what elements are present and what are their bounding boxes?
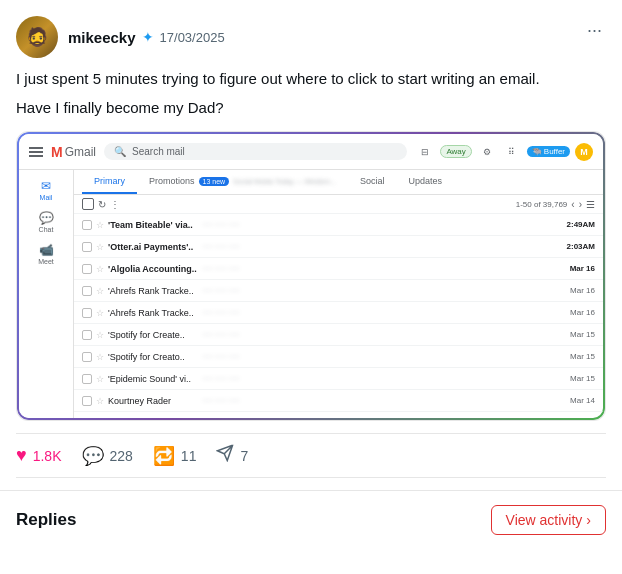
email-sender: 'Ahrefs Rank Tracke.. <box>108 308 198 318</box>
table-row[interactable]: ☆ 'Ahrefs Rank Tracke.. ····· ····· ····… <box>74 302 603 324</box>
gmail-tab-primary[interactable]: Primary <box>82 170 137 194</box>
gmail-m-letter: M <box>51 144 63 160</box>
star-icon[interactable]: ☆ <box>96 330 104 340</box>
table-row[interactable]: ☆ 'Spotify for Create.. ····· ····· ····… <box>74 324 603 346</box>
table-row[interactable]: ☆ 'Team Biteable' via.. ····· ····· ····… <box>74 214 603 236</box>
email-time: 2:49AM <box>567 220 595 229</box>
email-preview: ····· ····· ····· <box>202 264 562 273</box>
gmail-apps-icon[interactable]: ⠿ <box>502 142 522 162</box>
star-icon[interactable]: ☆ <box>96 308 104 318</box>
engagement-row: ♥ 1.8K 💬 228 🔁 11 7 <box>16 433 606 478</box>
gmail-search-bar[interactable]: 🔍 Search mail <box>104 143 407 160</box>
gmail-hamburger-icon[interactable] <box>29 147 43 157</box>
email-time: Mar 14 <box>570 396 595 405</box>
star-icon[interactable]: ☆ <box>96 374 104 384</box>
bookmark-button[interactable]: 7 <box>216 444 248 467</box>
email-time: Mar 15 <box>570 330 595 339</box>
email-sender: FeatureOS Reports <box>108 418 198 419</box>
email-checkbox[interactable] <box>82 308 92 318</box>
chevron-right-icon: › <box>586 512 591 528</box>
gmail-outer-gradient: M Gmail 🔍 Search mail ⊟ Away ⚙ ⠿ 🐃 <box>17 132 605 420</box>
email-sender: 'Team Biteable' via.. <box>108 220 198 230</box>
star-icon[interactable]: ☆ <box>96 264 104 274</box>
star-icon[interactable]: ☆ <box>96 220 104 230</box>
email-preview: ····· ····· ····· <box>202 396 562 405</box>
bookmark-count: 7 <box>240 448 248 464</box>
gmail-settings-icon[interactable]: ⚙ <box>477 142 497 162</box>
gmail-tab-social[interactable]: Social <box>348 170 397 194</box>
email-checkbox[interactable] <box>82 330 92 340</box>
star-icon[interactable]: ☆ <box>96 418 104 419</box>
retweet-button[interactable]: 🔁 11 <box>153 445 197 467</box>
table-row[interactable]: ☆ Kourtney Rader ····· ····· ····· Mar 1… <box>74 390 603 412</box>
gmail-tab-updates[interactable]: Updates <box>396 170 454 194</box>
gmail-prev-icon[interactable]: ‹ <box>571 199 574 210</box>
email-time: Mar 15 <box>570 352 595 361</box>
heart-icon: ♥ <box>16 445 27 466</box>
username[interactable]: mikeecky <box>68 29 136 46</box>
email-checkbox[interactable] <box>82 374 92 384</box>
table-row[interactable]: ☆ 'Spotify for Creato.. ····· ····· ····… <box>74 346 603 368</box>
email-sender: 'Spotify for Create.. <box>108 330 198 340</box>
post-text: I just spent 5 minutes trying to figure … <box>16 68 606 119</box>
email-time: Mar 16 <box>570 308 595 317</box>
email-checkbox[interactable] <box>82 352 92 362</box>
view-activity-button[interactable]: View activity › <box>491 505 606 535</box>
verified-icon: ✦ <box>142 29 154 45</box>
email-checkbox[interactable] <box>82 286 92 296</box>
comment-count: 228 <box>110 448 133 464</box>
gmail-refresh-icon[interactable]: ↻ <box>98 199 106 210</box>
comment-button[interactable]: 💬 228 <box>82 445 133 467</box>
user-name-row: mikeecky ✦ 17/03/2025 <box>68 29 225 46</box>
email-checkbox[interactable] <box>82 396 92 406</box>
gmail-sidebar-mail[interactable]: ✉ Mail <box>19 176 73 204</box>
email-preview: ····· ····· ····· <box>202 330 562 339</box>
more-options-button[interactable]: ··· <box>583 16 606 45</box>
gmail-screenshot: M Gmail 🔍 Search mail ⊟ Away ⚙ ⠿ 🐃 <box>16 131 606 421</box>
gmail-tab-primary-label: Primary <box>94 176 125 186</box>
table-row[interactable]: ☆ FeatureOS Reports ····· ····· ····· Ma… <box>74 412 603 418</box>
gmail-sidebar-meet[interactable]: 📹 Meet <box>19 240 73 268</box>
email-preview: ····· ····· ····· <box>202 242 559 251</box>
avatar[interactable]: 🧔 <box>16 16 58 58</box>
gmail-buffer-badge[interactable]: 🐃 Buffer <box>527 146 570 157</box>
gmail-tab-promotions-label: Promotions <box>149 176 195 186</box>
email-checkbox[interactable] <box>82 418 92 419</box>
post-container: 🧔 mikeecky ✦ 17/03/2025 ··· I just spent… <box>0 0 622 491</box>
table-row[interactable]: ☆ 'Ahrefs Rank Tracke.. ····· ····· ····… <box>74 280 603 302</box>
email-checkbox[interactable] <box>82 264 92 274</box>
gmail-next-icon[interactable]: › <box>579 199 582 210</box>
gmail-more-icon[interactable]: ⋮ <box>110 199 120 210</box>
gmail-select-all-checkbox[interactable] <box>82 198 94 210</box>
gmail-filter-icon[interactable]: ⊟ <box>415 142 435 162</box>
gmail-tab-promotions[interactable]: Promotions 13 new Social Media Today — W… <box>137 170 348 194</box>
gmail-user-avatar[interactable]: M <box>575 143 593 161</box>
email-preview: ····· ····· ····· <box>202 352 562 361</box>
table-row[interactable]: ☆ 'Otter.ai Payments'.. ····· ····· ····… <box>74 236 603 258</box>
email-preview: ····· ····· ····· <box>202 374 562 383</box>
star-icon[interactable]: ☆ <box>96 352 104 362</box>
gmail-away-badge[interactable]: Away <box>440 145 471 158</box>
star-icon[interactable]: ☆ <box>96 242 104 252</box>
retweet-count: 11 <box>181 448 197 464</box>
gmail-list-toolbar: ↻ ⋮ 1-50 of 39,769 ‹ › ☰ <box>74 195 603 214</box>
gmail-list-options-icon[interactable]: ☰ <box>586 199 595 210</box>
gmail-sidebar-chat[interactable]: 💬 Chat <box>19 208 73 236</box>
gmail-email-list: ☆ 'Team Biteable' via.. ····· ····· ····… <box>74 214 603 418</box>
gmail-tabs: Primary Promotions 13 new Social Media T… <box>74 170 603 195</box>
email-checkbox[interactable] <box>82 220 92 230</box>
gmail-toolbar-icons: ⊟ Away ⚙ ⠿ 🐃 Buffer M <box>415 142 593 162</box>
gmail-inner: M Gmail 🔍 Search mail ⊟ Away ⚙ ⠿ 🐃 <box>19 134 603 418</box>
star-icon[interactable]: ☆ <box>96 396 104 406</box>
search-icon: 🔍 <box>114 146 126 157</box>
email-checkbox[interactable] <box>82 242 92 252</box>
gmail-body: ✉ Mail 💬 Chat 📹 Meet <box>19 170 603 418</box>
table-row[interactable]: ☆ 'Epidemic Sound' vi.. ····· ····· ····… <box>74 368 603 390</box>
gmail-main-content: Primary Promotions 13 new Social Media T… <box>74 170 603 418</box>
buffer-label: Buffer <box>544 147 565 156</box>
post-text-line2: Have I finally become my Dad? <box>16 97 606 120</box>
star-icon[interactable]: ☆ <box>96 286 104 296</box>
like-button[interactable]: ♥ 1.8K <box>16 445 62 466</box>
table-row[interactable]: ☆ 'Algolia Accounting.. ····· ····· ····… <box>74 258 603 280</box>
email-sender: 'Epidemic Sound' vi.. <box>108 374 198 384</box>
